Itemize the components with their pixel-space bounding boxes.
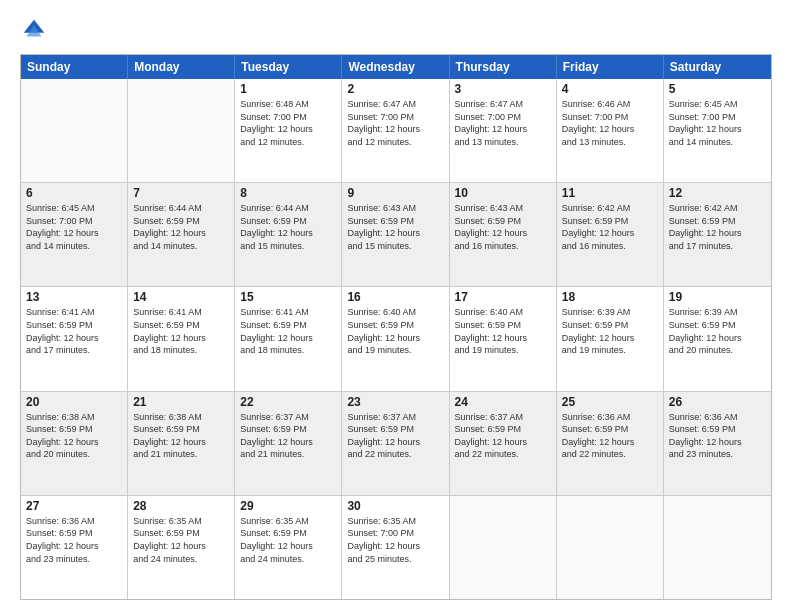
calendar-cell: 15Sunrise: 6:41 AM Sunset: 6:59 PM Dayli…	[235, 287, 342, 390]
day-number: 29	[240, 499, 336, 513]
day-number: 22	[240, 395, 336, 409]
day-info: Sunrise: 6:45 AM Sunset: 7:00 PM Dayligh…	[669, 98, 766, 148]
header-cell-sunday: Sunday	[21, 55, 128, 79]
day-info: Sunrise: 6:39 AM Sunset: 6:59 PM Dayligh…	[669, 306, 766, 356]
calendar-cell: 5Sunrise: 6:45 AM Sunset: 7:00 PM Daylig…	[664, 79, 771, 182]
day-number: 24	[455, 395, 551, 409]
calendar-cell: 22Sunrise: 6:37 AM Sunset: 6:59 PM Dayli…	[235, 392, 342, 495]
calendar-cell: 10Sunrise: 6:43 AM Sunset: 6:59 PM Dayli…	[450, 183, 557, 286]
calendar-cell: 17Sunrise: 6:40 AM Sunset: 6:59 PM Dayli…	[450, 287, 557, 390]
day-number: 26	[669, 395, 766, 409]
calendar-cell: 25Sunrise: 6:36 AM Sunset: 6:59 PM Dayli…	[557, 392, 664, 495]
day-number: 30	[347, 499, 443, 513]
day-info: Sunrise: 6:40 AM Sunset: 6:59 PM Dayligh…	[347, 306, 443, 356]
day-info: Sunrise: 6:40 AM Sunset: 6:59 PM Dayligh…	[455, 306, 551, 356]
day-number: 3	[455, 82, 551, 96]
day-number: 20	[26, 395, 122, 409]
calendar-cell: 8Sunrise: 6:44 AM Sunset: 6:59 PM Daylig…	[235, 183, 342, 286]
day-number: 21	[133, 395, 229, 409]
day-number: 4	[562, 82, 658, 96]
calendar-cell: 4Sunrise: 6:46 AM Sunset: 7:00 PM Daylig…	[557, 79, 664, 182]
day-number: 23	[347, 395, 443, 409]
calendar-cell: 6Sunrise: 6:45 AM Sunset: 7:00 PM Daylig…	[21, 183, 128, 286]
day-number: 6	[26, 186, 122, 200]
day-info: Sunrise: 6:44 AM Sunset: 6:59 PM Dayligh…	[240, 202, 336, 252]
day-number: 25	[562, 395, 658, 409]
day-info: Sunrise: 6:42 AM Sunset: 6:59 PM Dayligh…	[562, 202, 658, 252]
day-info: Sunrise: 6:38 AM Sunset: 6:59 PM Dayligh…	[133, 411, 229, 461]
logo-icon	[20, 16, 48, 44]
day-info: Sunrise: 6:37 AM Sunset: 6:59 PM Dayligh…	[347, 411, 443, 461]
day-number: 17	[455, 290, 551, 304]
calendar-cell	[450, 496, 557, 599]
header-cell-friday: Friday	[557, 55, 664, 79]
calendar-week-2: 6Sunrise: 6:45 AM Sunset: 7:00 PM Daylig…	[21, 182, 771, 286]
calendar-cell: 12Sunrise: 6:42 AM Sunset: 6:59 PM Dayli…	[664, 183, 771, 286]
day-number: 27	[26, 499, 122, 513]
calendar-cell: 24Sunrise: 6:37 AM Sunset: 6:59 PM Dayli…	[450, 392, 557, 495]
day-number: 9	[347, 186, 443, 200]
calendar-cell: 7Sunrise: 6:44 AM Sunset: 6:59 PM Daylig…	[128, 183, 235, 286]
day-info: Sunrise: 6:35 AM Sunset: 6:59 PM Dayligh…	[133, 515, 229, 565]
header-cell-monday: Monday	[128, 55, 235, 79]
day-info: Sunrise: 6:43 AM Sunset: 6:59 PM Dayligh…	[455, 202, 551, 252]
page: SundayMondayTuesdayWednesdayThursdayFrid…	[0, 0, 792, 612]
calendar-header: SundayMondayTuesdayWednesdayThursdayFrid…	[21, 55, 771, 79]
day-number: 12	[669, 186, 766, 200]
day-info: Sunrise: 6:35 AM Sunset: 6:59 PM Dayligh…	[240, 515, 336, 565]
day-number: 16	[347, 290, 443, 304]
calendar-cell	[664, 496, 771, 599]
day-number: 5	[669, 82, 766, 96]
day-info: Sunrise: 6:42 AM Sunset: 6:59 PM Dayligh…	[669, 202, 766, 252]
calendar-cell: 9Sunrise: 6:43 AM Sunset: 6:59 PM Daylig…	[342, 183, 449, 286]
day-number: 11	[562, 186, 658, 200]
logo	[20, 16, 52, 44]
calendar-week-5: 27Sunrise: 6:36 AM Sunset: 6:59 PM Dayli…	[21, 495, 771, 599]
day-number: 7	[133, 186, 229, 200]
day-number: 10	[455, 186, 551, 200]
day-info: Sunrise: 6:38 AM Sunset: 6:59 PM Dayligh…	[26, 411, 122, 461]
day-info: Sunrise: 6:36 AM Sunset: 6:59 PM Dayligh…	[26, 515, 122, 565]
calendar-week-4: 20Sunrise: 6:38 AM Sunset: 6:59 PM Dayli…	[21, 391, 771, 495]
calendar-cell	[557, 496, 664, 599]
day-info: Sunrise: 6:36 AM Sunset: 6:59 PM Dayligh…	[562, 411, 658, 461]
day-number: 14	[133, 290, 229, 304]
day-info: Sunrise: 6:46 AM Sunset: 7:00 PM Dayligh…	[562, 98, 658, 148]
calendar-cell: 30Sunrise: 6:35 AM Sunset: 7:00 PM Dayli…	[342, 496, 449, 599]
calendar-cell: 13Sunrise: 6:41 AM Sunset: 6:59 PM Dayli…	[21, 287, 128, 390]
calendar-cell: 21Sunrise: 6:38 AM Sunset: 6:59 PM Dayli…	[128, 392, 235, 495]
calendar-cell	[21, 79, 128, 182]
day-info: Sunrise: 6:37 AM Sunset: 6:59 PM Dayligh…	[455, 411, 551, 461]
calendar-body: 1Sunrise: 6:48 AM Sunset: 7:00 PM Daylig…	[21, 79, 771, 599]
header-cell-wednesday: Wednesday	[342, 55, 449, 79]
day-info: Sunrise: 6:43 AM Sunset: 6:59 PM Dayligh…	[347, 202, 443, 252]
calendar-cell: 18Sunrise: 6:39 AM Sunset: 6:59 PM Dayli…	[557, 287, 664, 390]
calendar-cell: 28Sunrise: 6:35 AM Sunset: 6:59 PM Dayli…	[128, 496, 235, 599]
calendar-cell: 14Sunrise: 6:41 AM Sunset: 6:59 PM Dayli…	[128, 287, 235, 390]
day-info: Sunrise: 6:47 AM Sunset: 7:00 PM Dayligh…	[347, 98, 443, 148]
day-number: 18	[562, 290, 658, 304]
calendar-cell: 26Sunrise: 6:36 AM Sunset: 6:59 PM Dayli…	[664, 392, 771, 495]
day-number: 15	[240, 290, 336, 304]
calendar-cell: 16Sunrise: 6:40 AM Sunset: 6:59 PM Dayli…	[342, 287, 449, 390]
calendar-cell: 11Sunrise: 6:42 AM Sunset: 6:59 PM Dayli…	[557, 183, 664, 286]
day-info: Sunrise: 6:41 AM Sunset: 6:59 PM Dayligh…	[26, 306, 122, 356]
day-number: 1	[240, 82, 336, 96]
calendar-cell: 2Sunrise: 6:47 AM Sunset: 7:00 PM Daylig…	[342, 79, 449, 182]
day-info: Sunrise: 6:48 AM Sunset: 7:00 PM Dayligh…	[240, 98, 336, 148]
calendar-cell: 3Sunrise: 6:47 AM Sunset: 7:00 PM Daylig…	[450, 79, 557, 182]
day-number: 8	[240, 186, 336, 200]
calendar-week-1: 1Sunrise: 6:48 AM Sunset: 7:00 PM Daylig…	[21, 79, 771, 182]
day-number: 2	[347, 82, 443, 96]
calendar-cell: 23Sunrise: 6:37 AM Sunset: 6:59 PM Dayli…	[342, 392, 449, 495]
calendar-cell: 29Sunrise: 6:35 AM Sunset: 6:59 PM Dayli…	[235, 496, 342, 599]
day-number: 28	[133, 499, 229, 513]
calendar-cell: 20Sunrise: 6:38 AM Sunset: 6:59 PM Dayli…	[21, 392, 128, 495]
day-info: Sunrise: 6:37 AM Sunset: 6:59 PM Dayligh…	[240, 411, 336, 461]
day-number: 19	[669, 290, 766, 304]
day-info: Sunrise: 6:41 AM Sunset: 6:59 PM Dayligh…	[240, 306, 336, 356]
header	[20, 16, 772, 44]
calendar-week-3: 13Sunrise: 6:41 AM Sunset: 6:59 PM Dayli…	[21, 286, 771, 390]
calendar-cell: 1Sunrise: 6:48 AM Sunset: 7:00 PM Daylig…	[235, 79, 342, 182]
day-number: 13	[26, 290, 122, 304]
